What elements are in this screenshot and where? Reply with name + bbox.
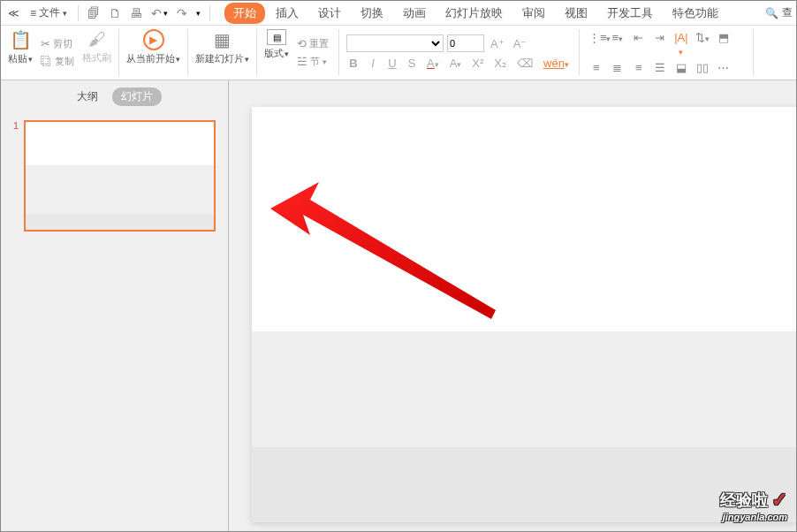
watermark-url: jingyanla.com	[720, 512, 787, 522]
highlight-button[interactable]: A▾	[447, 56, 465, 71]
cut-icon: ✂	[41, 37, 50, 50]
print-icon[interactable]: 🖶	[130, 6, 142, 20]
from-current-label: 从当前开始	[126, 52, 175, 65]
chevron-down-icon: ▾	[196, 9, 201, 18]
save-icon[interactable]: 🗐	[87, 6, 100, 20]
decrease-indent-button[interactable]: ⇤	[631, 31, 647, 57]
reset-button[interactable]: ⟲重置	[294, 36, 331, 51]
search-label: 查	[782, 5, 793, 20]
paste-icon: 📋	[10, 29, 32, 50]
new-slide-button[interactable]: ▦ 新建幻灯片▾	[195, 29, 249, 65]
checkmark-icon: ✓	[771, 489, 787, 512]
subscript-button[interactable]: X₂	[491, 56, 509, 71]
reset-icon: ⟲	[297, 37, 307, 50]
section-button[interactable]: ☱节▾	[294, 54, 331, 69]
separator	[209, 5, 210, 21]
print-preview-icon[interactable]: 🗋	[109, 6, 121, 20]
layout-icon: ▤	[267, 29, 286, 45]
chevron-down-icon: ▾	[176, 55, 180, 64]
cut-label: 剪切	[53, 37, 72, 50]
cut-button[interactable]: ✂剪切	[38, 36, 77, 51]
bullets-button[interactable]: ⋮≡▾	[588, 31, 604, 57]
columns-button[interactable]: ▯▯	[695, 61, 710, 74]
new-slide-icon: ▦	[214, 29, 231, 50]
play-icon: ▶	[143, 29, 164, 50]
copy-icon: ⿻	[41, 55, 52, 68]
increase-font-icon[interactable]: A⁺	[488, 36, 507, 51]
distribute-button[interactable]: ⬓	[673, 61, 689, 74]
new-slide-label: 新建幻灯片	[195, 52, 244, 65]
tab-special[interactable]: 特色功能	[664, 3, 727, 24]
font-color-button[interactable]: A▾	[424, 56, 442, 71]
format-painter-button[interactable]: 🖌 格式刷	[82, 29, 111, 76]
underline-button[interactable]: U	[385, 56, 399, 71]
undo-icon: ↶	[151, 6, 162, 20]
align-top-button[interactable]: ⬒	[716, 31, 732, 57]
increase-indent-button[interactable]: ⇥	[652, 31, 668, 57]
search-button[interactable]: 🔍 查	[765, 5, 793, 20]
tab-view[interactable]: 视图	[556, 3, 596, 24]
tab-design[interactable]: 设计	[309, 3, 350, 24]
file-menu-label: 文件	[39, 5, 60, 20]
font-family-select[interactable]	[346, 34, 444, 52]
tab-animation[interactable]: 动画	[394, 3, 435, 24]
chevron-down-icon: ▾	[28, 55, 33, 64]
watermark-text: 经验啦	[720, 490, 768, 511]
slide-thumbnail-1[interactable]	[24, 120, 216, 232]
copy-button[interactable]: ⿻复制	[38, 54, 77, 69]
format-painter-label: 格式刷	[82, 51, 111, 65]
reset-label: 重置	[309, 37, 329, 50]
copy-label: 复制	[55, 55, 74, 68]
section-icon: ☱	[297, 55, 307, 68]
section-label: 节	[310, 55, 320, 68]
tab-devtools[interactable]: 开发工具	[598, 3, 662, 24]
slide-canvas[interactable]	[252, 107, 796, 522]
slide-number: 1	[13, 120, 19, 232]
superscript-button[interactable]: X²	[469, 56, 486, 71]
format-painter-icon: 🖌	[88, 29, 106, 49]
tab-slideshow[interactable]: 幻灯片放映	[436, 3, 512, 24]
search-icon: 🔍	[765, 7, 778, 19]
chevron-down-icon: ▾	[245, 55, 249, 64]
align-left-button[interactable]: ≡	[588, 61, 604, 74]
layout-label: 版式	[264, 47, 284, 60]
line-spacing-button[interactable]: |A|▾	[673, 31, 689, 57]
bold-button[interactable]: B	[346, 56, 361, 71]
layout-button[interactable]: ▤ 版式▾	[264, 29, 289, 76]
paste-button[interactable]: 📋 粘贴▾	[8, 29, 33, 76]
align-center-button[interactable]: ≣	[610, 61, 626, 74]
chevron-down-icon: ▾	[285, 49, 289, 58]
slides-tab[interactable]: 幻灯片	[112, 87, 162, 106]
more-para-button[interactable]: ⋯	[716, 61, 732, 74]
tab-insert[interactable]: 插入	[267, 3, 307, 24]
chevron-down-icon[interactable]: ▾	[163, 9, 168, 18]
tab-review[interactable]: 审阅	[513, 3, 554, 24]
collapse-panel-icon[interactable]: ≪	[4, 7, 23, 19]
watermark: 经验啦 ✓ jingyanla.com	[720, 489, 787, 522]
decrease-font-icon[interactable]: A⁻	[511, 36, 530, 51]
pinyin-button[interactable]: wén▾	[541, 56, 572, 71]
tab-transition[interactable]: 切换	[352, 3, 392, 24]
file-menu[interactable]: ≡ 文件 ▾	[23, 4, 74, 22]
align-justify-button[interactable]: ☰	[652, 61, 668, 74]
recent-button[interactable]: ▾	[196, 6, 201, 20]
tab-start[interactable]: 开始	[224, 3, 265, 24]
align-right-button[interactable]: ≡	[631, 61, 647, 74]
font-size-input[interactable]	[447, 34, 484, 52]
slide-canvas-area[interactable]	[229, 80, 796, 531]
slide-panel: 大纲 幻灯片 1	[1, 80, 229, 531]
numbering-button[interactable]: ≡▾	[610, 31, 626, 57]
outline-tab[interactable]: 大纲	[68, 87, 107, 106]
italic-button[interactable]: I	[366, 56, 380, 71]
redo-icon[interactable]: ↷	[177, 6, 187, 20]
from-current-button[interactable]: ▶ 从当前开始▾	[126, 29, 180, 65]
paste-label: 粘贴	[8, 52, 27, 65]
separator	[78, 5, 79, 21]
hamburger-icon: ≡	[30, 7, 36, 19]
chevron-down-icon: ▾	[63, 9, 67, 18]
undo-button[interactable]: ↶ ▾	[151, 6, 168, 20]
text-direction-button[interactable]: ⇅▾	[695, 31, 710, 57]
chevron-down-icon: ▾	[323, 57, 327, 66]
clear-format-button[interactable]: ⌫	[514, 56, 535, 71]
strikethrough-button[interactable]: S	[405, 56, 419, 71]
